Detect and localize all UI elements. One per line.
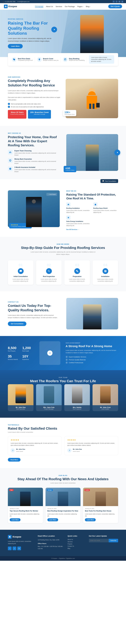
footer-twitter-icon[interactable]: t (12, 546, 16, 550)
roofers-section: Our Team Meet The Roofers You Can Trust … (0, 370, 126, 418)
logo-text: Knopee (8, 5, 17, 8)
check-2: ✓ At vero eos et accusamus et iusto odio… (8, 106, 60, 108)
see-all-link[interactable]: See All Services → (66, 229, 118, 230)
feature-branch: Branch Cover Multiple locations near you (37, 57, 58, 62)
news-1-btn[interactable]: Learn More (10, 518, 20, 521)
free-consultation-button[interactable]: 💬 Free Consultation (100, 179, 118, 183)
nav-cta-button[interactable]: Get A Quote (108, 4, 122, 8)
feature-branch-text: Branch Cover Multiple locations near you (43, 58, 58, 61)
avatar-2: J (67, 448, 72, 452)
check-1: ✓ Sed ut perspiciatis unde omnis iste na… (8, 103, 60, 105)
insurance-icon (8, 166, 12, 171)
roofer-4-info: Mr. John Crist Lead Installer (92, 405, 118, 411)
footer-links-list: About Us Services Projects Contact Us Bl… (68, 539, 85, 549)
footer-links-col: Quick Links About Us Services Projects C… (68, 535, 85, 551)
stat-install: 1,200 Roof Install (22, 346, 34, 352)
feature-booking: Easy Booking Simple and fast scheduling (63, 57, 85, 62)
build-icon (76, 270, 78, 272)
footer-link-services[interactable]: Services (68, 541, 85, 542)
roofer-3-image (64, 384, 90, 405)
check-icon-2: ✓ (8, 106, 10, 108)
facebook-icon[interactable]: f (112, 0, 115, 3)
footer-newsletter-col: Get Our Latest Update Subscribe (89, 535, 118, 551)
service-right: 13K+ Roof Repairs Done (66, 79, 118, 118)
contact-right (66, 298, 118, 330)
avatar-1: J (11, 448, 15, 452)
contact-desc: Lorem ipsum dolor sit amet, consectetur … (8, 314, 58, 319)
nav-link-about[interactable]: About Us (46, 6, 53, 8)
protection-right: 4.9/5 Customer Rating (66, 134, 118, 171)
nav-link-home[interactable]: Homepage (35, 5, 44, 8)
steps-tag: How We Work (8, 244, 118, 245)
newsletter-email-input[interactable] (89, 539, 109, 542)
linkedin-icon[interactable]: in (118, 0, 120, 3)
news-1-body: January 15, 2024 Tips Secure Roofing Wor… (8, 506, 43, 523)
hero-title: Raising The Bar For Quality Roofing Solu… (8, 20, 52, 36)
footer-link-blog[interactable]: Blog (68, 548, 85, 549)
roofer-1-info: Mr. John Doe Roof Specialist (8, 405, 34, 411)
roof-image (66, 134, 118, 171)
roofer-2-image (36, 384, 62, 405)
stats-video (40, 341, 60, 365)
news-header: Our Blog Stay Ahead Of The Roofing With … (8, 475, 118, 484)
reviewer-2-info: Mr. John Doe Home Owner (73, 448, 82, 452)
news-3-btn[interactable]: Learn More (85, 518, 96, 521)
testimonials-grid: ★★★★★ Lorem ipsum dolor sit amet, consec… (8, 436, 118, 455)
nav-link-pages[interactable]: Pages (77, 6, 83, 8)
service-section: Our Services Completely Providing Any So… (0, 71, 126, 126)
pf-expert-text: Expert Team Choosing Lorem ipsum dolor s… (14, 150, 60, 156)
contact-cta-button[interactable]: Get Consultation (8, 322, 26, 326)
protection-title: Protecting Your Home, One Roof At A Time… (8, 135, 60, 147)
stat-branches: 100+ Branches Cover Nationwide Coverage (28, 110, 51, 118)
nav-link-blog[interactable]: Blog (86, 6, 90, 8)
read-more-button[interactable]: Read More (8, 458, 20, 462)
footer-newsletter-form: Subscribe (89, 539, 118, 542)
standard-right: What We Do Raising The Standard Of Prote… (66, 190, 118, 230)
twitter-icon[interactable]: t (116, 0, 118, 3)
footer-hours-title: Office Hours (38, 542, 64, 545)
check-icon-1: ✓ (8, 103, 10, 105)
roof-play-button[interactable] (114, 150, 120, 156)
news-3-title: Best Tools For Roofing Own House (85, 510, 116, 512)
install-icon (104, 270, 107, 272)
roofer-1: Mr. John Doe Roof Specialist (8, 384, 34, 411)
newsletter-submit-button[interactable]: Subscribe (109, 539, 118, 542)
protection-features: Expert Team Choosing Lorem ipsum dolor s… (8, 150, 60, 172)
hero-cta-button[interactable]: Learn More (8, 44, 23, 48)
news-2-tag: Design (47, 489, 53, 491)
hero-section: Roofing Service Raising The Bar For Qual… (0, 10, 126, 57)
news-post-2: Design January 20, 2024 Best Rooftop Des… (46, 488, 80, 523)
footer-logo-text: Knopee (12, 536, 21, 538)
services-grid: Roofing Installation Lorem ipsum dolor s… (66, 202, 118, 226)
stats-video-thumb (40, 341, 60, 365)
standard-title: Raising The Standard Of Protection, One … (66, 193, 118, 200)
nav-link-services[interactable]: Services (56, 6, 62, 8)
hero-play-button[interactable] (51, 27, 57, 32)
stats-check-icon-3: ✓ (66, 362, 68, 364)
rating-badge: 4.9/5 Customer Rating (64, 166, 76, 172)
footer-office-title: Head Office Location (38, 535, 64, 537)
footer-link-projects[interactable]: Projects (68, 543, 85, 545)
stats-play-button[interactable] (47, 350, 52, 356)
footer-linkedin-icon[interactable]: in (17, 546, 21, 550)
reviewer-2: J Mr. John Doe Home Owner (67, 448, 115, 452)
hero-image-bg (60, 10, 126, 57)
home-icon (67, 204, 70, 206)
news-2-btn[interactable]: Learn More (48, 518, 58, 521)
service-tag: Our Services (8, 76, 60, 78)
footer-social: f t in (8, 546, 34, 550)
footer-link-contact[interactable]: Contact Us (68, 546, 85, 547)
protection-section: Why Choose Us Protecting Your Home, One … (0, 126, 126, 179)
play-icon-roof (116, 152, 118, 154)
pf-money: Money Back Guarantee Lorem ipsum dolor s… (8, 158, 60, 164)
service-checks: ✓ Sed ut perspiciatis unde omnis iste na… (8, 103, 60, 108)
footer-link-about[interactable]: About Us (68, 539, 85, 540)
nav-link-package[interactable]: Our Package (65, 6, 75, 8)
youtube-icon[interactable]: yt (121, 0, 124, 3)
topbar-phone: 📞 +1 (123) 456-7890 (2, 1, 15, 2)
footer-facebook-icon[interactable]: f (8, 546, 12, 550)
location-icon (38, 58, 40, 61)
shield-icon (9, 159, 12, 162)
news-1-date: January 15, 2024 (10, 508, 41, 509)
news-post-1: Tips January 15, 2024 Tips Secure Roofin… (8, 488, 43, 523)
